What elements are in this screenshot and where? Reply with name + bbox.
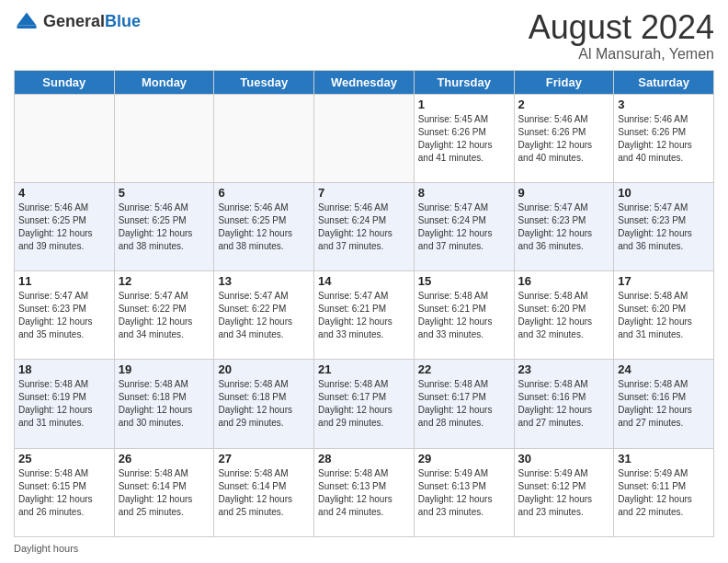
- calendar: SundayMondayTuesdayWednesdayThursdayFrid…: [14, 70, 714, 537]
- day-number: 23: [518, 362, 610, 376]
- day-number: 6: [218, 186, 310, 200]
- calendar-day-cell: 11Sunrise: 5:47 AM Sunset: 6:23 PM Dayli…: [15, 271, 115, 360]
- calendar-day-cell: 8Sunrise: 5:47 AM Sunset: 6:24 PM Daylig…: [414, 182, 514, 270]
- svg-marker-0: [17, 13, 37, 26]
- calendar-day-cell: 2Sunrise: 5:46 AM Sunset: 6:26 PM Daylig…: [514, 94, 614, 182]
- calendar-day-header: Saturday: [614, 70, 714, 94]
- day-info: Sunrise: 5:47 AM Sunset: 6:22 PM Dayligh…: [119, 290, 210, 341]
- day-info: Sunrise: 5:49 AM Sunset: 6:12 PM Dayligh…: [518, 467, 610, 519]
- day-info: Sunrise: 5:46 AM Sunset: 6:26 PM Dayligh…: [518, 113, 610, 165]
- calendar-day-header: Sunday: [15, 70, 115, 94]
- day-number: 16: [518, 274, 610, 288]
- day-info: Sunrise: 5:48 AM Sunset: 6:18 PM Dayligh…: [218, 378, 310, 430]
- day-info: Sunrise: 5:46 AM Sunset: 6:26 PM Dayligh…: [618, 113, 710, 165]
- day-number: 4: [18, 186, 110, 200]
- day-number: 26: [119, 452, 210, 465]
- calendar-day-cell: 26Sunrise: 5:48 AM Sunset: 6:14 PM Dayli…: [114, 448, 214, 536]
- title-block: August 2024 Al Mansurah, Yemen: [529, 9, 714, 63]
- calendar-day-cell: 9Sunrise: 5:47 AM Sunset: 6:23 PM Daylig…: [514, 182, 614, 270]
- day-info: Sunrise: 5:48 AM Sunset: 6:15 PM Dayligh…: [18, 467, 110, 519]
- calendar-day-cell: 27Sunrise: 5:48 AM Sunset: 6:14 PM Dayli…: [214, 448, 314, 536]
- calendar-day-cell: 13Sunrise: 5:47 AM Sunset: 6:22 PM Dayli…: [214, 271, 314, 360]
- day-info: Sunrise: 5:48 AM Sunset: 6:20 PM Dayligh…: [618, 290, 710, 341]
- day-info: Sunrise: 5:48 AM Sunset: 6:19 PM Dayligh…: [18, 378, 110, 430]
- calendar-day-cell: 16Sunrise: 5:48 AM Sunset: 6:20 PM Dayli…: [514, 271, 614, 360]
- day-number: 8: [418, 186, 510, 200]
- day-number: 24: [618, 362, 710, 376]
- day-info: Sunrise: 5:47 AM Sunset: 6:23 PM Dayligh…: [518, 201, 610, 253]
- day-number: 25: [18, 452, 110, 465]
- calendar-header-row: SundayMondayTuesdayWednesdayThursdayFrid…: [15, 70, 714, 94]
- calendar-day-cell: 23Sunrise: 5:48 AM Sunset: 6:16 PM Dayli…: [514, 360, 614, 448]
- calendar-week-row: 25Sunrise: 5:48 AM Sunset: 6:15 PM Dayli…: [15, 448, 714, 536]
- day-number: 17: [618, 274, 710, 288]
- day-number: 7: [318, 186, 410, 200]
- footer: Daylight hours: [14, 543, 714, 554]
- calendar-day-cell: 12Sunrise: 5:47 AM Sunset: 6:22 PM Dayli…: [114, 271, 214, 360]
- logo: GeneralBlue: [14, 9, 141, 35]
- calendar-day-cell: 22Sunrise: 5:48 AM Sunset: 6:17 PM Dayli…: [414, 360, 514, 448]
- day-info: Sunrise: 5:48 AM Sunset: 6:16 PM Dayligh…: [618, 378, 710, 430]
- calendar-day-cell: [15, 94, 115, 182]
- day-info: Sunrise: 5:48 AM Sunset: 6:18 PM Dayligh…: [119, 378, 210, 430]
- logo-general: General: [43, 13, 105, 31]
- calendar-week-row: 1Sunrise: 5:45 AM Sunset: 6:26 PM Daylig…: [15, 94, 714, 182]
- day-number: 5: [119, 186, 210, 200]
- day-info: Sunrise: 5:47 AM Sunset: 6:22 PM Dayligh…: [218, 290, 310, 341]
- day-number: 31: [618, 452, 710, 465]
- calendar-day-cell: 21Sunrise: 5:48 AM Sunset: 6:17 PM Dayli…: [314, 360, 415, 448]
- day-info: Sunrise: 5:47 AM Sunset: 6:21 PM Dayligh…: [318, 290, 410, 341]
- day-number: 9: [518, 186, 610, 200]
- day-number: 20: [218, 362, 310, 376]
- calendar-day-cell: 10Sunrise: 5:47 AM Sunset: 6:23 PM Dayli…: [614, 182, 714, 270]
- calendar-day-cell: 28Sunrise: 5:48 AM Sunset: 6:13 PM Dayli…: [314, 448, 415, 536]
- day-info: Sunrise: 5:47 AM Sunset: 6:24 PM Dayligh…: [418, 201, 510, 253]
- calendar-day-header: Monday: [114, 70, 214, 94]
- logo-blue: Blue: [105, 13, 141, 31]
- day-number: 10: [618, 186, 710, 200]
- day-info: Sunrise: 5:46 AM Sunset: 6:25 PM Dayligh…: [119, 201, 210, 253]
- calendar-day-cell: 25Sunrise: 5:48 AM Sunset: 6:15 PM Dayli…: [15, 448, 115, 536]
- main-title: August 2024: [529, 9, 714, 46]
- day-info: Sunrise: 5:48 AM Sunset: 6:20 PM Dayligh…: [518, 290, 610, 341]
- calendar-day-header: Thursday: [414, 70, 514, 94]
- day-number: 18: [18, 362, 110, 376]
- day-number: 22: [418, 362, 510, 376]
- day-number: 12: [119, 274, 210, 288]
- calendar-day-header: Wednesday: [314, 70, 415, 94]
- day-number: 1: [418, 98, 510, 111]
- calendar-day-cell: [114, 94, 214, 182]
- day-info: Sunrise: 5:45 AM Sunset: 6:26 PM Dayligh…: [418, 113, 510, 165]
- day-info: Sunrise: 5:48 AM Sunset: 6:14 PM Dayligh…: [119, 467, 210, 519]
- day-info: Sunrise: 5:48 AM Sunset: 6:14 PM Dayligh…: [218, 467, 310, 519]
- day-info: Sunrise: 5:49 AM Sunset: 6:13 PM Dayligh…: [418, 467, 510, 519]
- day-number: 2: [518, 98, 610, 111]
- calendar-day-cell: 30Sunrise: 5:49 AM Sunset: 6:12 PM Dayli…: [514, 448, 614, 536]
- day-info: Sunrise: 5:48 AM Sunset: 6:16 PM Dayligh…: [518, 378, 610, 430]
- calendar-day-cell: 29Sunrise: 5:49 AM Sunset: 6:13 PM Dayli…: [414, 448, 514, 536]
- day-info: Sunrise: 5:48 AM Sunset: 6:17 PM Dayligh…: [318, 378, 410, 430]
- logo-icon: [14, 9, 40, 35]
- svg-rect-1: [17, 26, 37, 29]
- calendar-day-header: Friday: [514, 70, 614, 94]
- day-info: Sunrise: 5:47 AM Sunset: 6:23 PM Dayligh…: [618, 201, 710, 253]
- calendar-day-cell: 24Sunrise: 5:48 AM Sunset: 6:16 PM Dayli…: [614, 360, 714, 448]
- footer-label: Daylight hours: [14, 543, 78, 554]
- calendar-day-cell: 5Sunrise: 5:46 AM Sunset: 6:25 PM Daylig…: [114, 182, 214, 270]
- day-number: 13: [218, 274, 310, 288]
- sub-title: Al Mansurah, Yemen: [529, 46, 714, 63]
- day-number: 14: [318, 274, 410, 288]
- calendar-day-cell: 17Sunrise: 5:48 AM Sunset: 6:20 PM Dayli…: [614, 271, 714, 360]
- day-number: 30: [518, 452, 610, 465]
- day-number: 15: [418, 274, 510, 288]
- calendar-week-row: 18Sunrise: 5:48 AM Sunset: 6:19 PM Dayli…: [15, 360, 714, 448]
- calendar-day-cell: 14Sunrise: 5:47 AM Sunset: 6:21 PM Dayli…: [314, 271, 415, 360]
- day-info: Sunrise: 5:47 AM Sunset: 6:23 PM Dayligh…: [18, 290, 110, 341]
- calendar-day-cell: [214, 94, 314, 182]
- day-number: 3: [618, 98, 710, 111]
- day-info: Sunrise: 5:48 AM Sunset: 6:17 PM Dayligh…: [418, 378, 510, 430]
- header: GeneralBlue August 2024 Al Mansurah, Yem…: [14, 9, 714, 63]
- day-number: 21: [318, 362, 410, 376]
- day-info: Sunrise: 5:48 AM Sunset: 6:21 PM Dayligh…: [418, 290, 510, 341]
- calendar-day-cell: 3Sunrise: 5:46 AM Sunset: 6:26 PM Daylig…: [614, 94, 714, 182]
